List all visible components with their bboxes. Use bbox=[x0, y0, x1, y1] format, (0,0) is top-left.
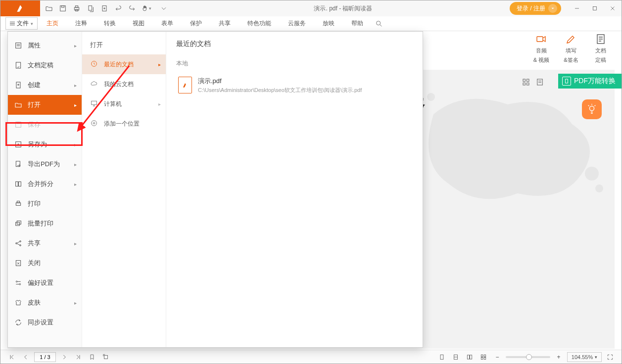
zoom-slider[interactable] bbox=[506, 356, 550, 358]
recent-file-item[interactable]: 演示.pdf C:\Users\Administrator\Desktop\se… bbox=[176, 73, 413, 98]
fill-sign-button[interactable]: 填写&签名 bbox=[557, 31, 585, 66]
menu-export[interactable]: 导出PDF为 bbox=[8, 154, 82, 174]
batch-print-icon bbox=[14, 219, 23, 228]
login-button[interactable]: 登录 / 注册 bbox=[510, 2, 561, 15]
continuous-icon[interactable] bbox=[478, 352, 489, 363]
new-page-icon[interactable] bbox=[98, 2, 110, 14]
menu-ataprint[interactable]: 批量打印 bbox=[8, 214, 82, 233]
zoom-out-button[interactable]: − bbox=[492, 352, 503, 363]
file-menu-button[interactable]: 文件 ▾ bbox=[5, 17, 38, 30]
svg-rect-15 bbox=[523, 79, 526, 82]
menu-print[interactable]: 打印 bbox=[8, 194, 82, 214]
bookmark-icon[interactable] bbox=[87, 352, 97, 363]
merge-icon bbox=[14, 180, 23, 188]
menu-sync[interactable]: 同步设置 bbox=[8, 313, 82, 332]
redo-icon[interactable] bbox=[126, 2, 138, 14]
clock-icon bbox=[90, 60, 99, 69]
prev-page-button[interactable] bbox=[20, 352, 31, 363]
col2-header: 打开 bbox=[82, 36, 166, 54]
minimize-button[interactable] bbox=[568, 0, 586, 16]
svg-rect-19 bbox=[537, 79, 543, 85]
grid-view-icon[interactable] bbox=[522, 78, 530, 87]
menu-skin[interactable]: 皮肤 bbox=[8, 293, 82, 313]
zoom-value[interactable]: 104.55% ▾ bbox=[567, 352, 602, 362]
save-disk-icon bbox=[14, 120, 23, 129]
single-page-icon[interactable] bbox=[450, 352, 461, 363]
menu-save-as[interactable]: 另存为 bbox=[8, 135, 82, 154]
search-icon[interactable] bbox=[372, 17, 386, 31]
save-icon[interactable] bbox=[57, 2, 69, 14]
two-page-icon[interactable] bbox=[464, 352, 475, 363]
title-bar: ▾ 演示. pdf - 福昕阅读器 登录 / 注册 bbox=[0, 0, 622, 16]
menu-merge-split[interactable]: 合并拆分 bbox=[8, 174, 82, 194]
first-page-button[interactable] bbox=[6, 352, 17, 363]
close-button[interactable] bbox=[604, 0, 622, 16]
fullscreen-button[interactable] bbox=[605, 352, 616, 363]
page-input[interactable] bbox=[34, 352, 56, 362]
tab-present[interactable]: 放映 bbox=[315, 16, 342, 31]
menu-close[interactable]: 关闭 bbox=[8, 253, 82, 273]
finalize-button[interactable]: 文档定稿 bbox=[587, 31, 615, 66]
computer-icon bbox=[90, 99, 99, 108]
svg-rect-5 bbox=[89, 6, 92, 10]
tips-button[interactable] bbox=[582, 99, 602, 119]
svg-rect-52 bbox=[484, 357, 486, 359]
tab-comment[interactable]: 注释 bbox=[67, 16, 95, 31]
hand-icon[interactable]: ▾ bbox=[140, 2, 152, 14]
tab-cloud[interactable]: 云服务 bbox=[280, 16, 314, 31]
svg-point-35 bbox=[20, 241, 21, 242]
fit-page-icon[interactable] bbox=[436, 352, 447, 363]
dup-page-icon[interactable] bbox=[85, 2, 96, 14]
svg-rect-3 bbox=[75, 6, 78, 7]
menu-create[interactable]: 创建 bbox=[8, 75, 82, 95]
undo-icon[interactable] bbox=[112, 2, 124, 14]
tab-view[interactable]: 视图 bbox=[125, 16, 152, 31]
tab-home[interactable]: 主页 bbox=[39, 16, 66, 31]
svg-rect-47 bbox=[467, 355, 469, 359]
zoom-in-button[interactable]: + bbox=[553, 352, 564, 363]
svg-rect-51 bbox=[484, 355, 486, 357]
tab-features[interactable]: 特色功能 bbox=[239, 16, 279, 31]
list-view-icon[interactable] bbox=[535, 78, 544, 87]
rotate-icon[interactable] bbox=[100, 352, 111, 363]
ribbon-group-right: 音频& 视频 填写&签名 文档定稿 bbox=[527, 31, 615, 66]
tab-protect[interactable]: 保护 bbox=[182, 16, 210, 31]
menu-prefs[interactable]: 偏好设置 bbox=[8, 273, 82, 293]
tab-help[interactable]: 帮助 bbox=[343, 16, 371, 31]
qat-more-icon[interactable] bbox=[154, 2, 174, 14]
open-add-location[interactable]: 添加一个位置 bbox=[82, 114, 166, 134]
menu-properties[interactable]: 属性 bbox=[8, 36, 82, 55]
open-computer[interactable]: 计算机 bbox=[82, 94, 166, 114]
open-icon[interactable] bbox=[43, 2, 55, 14]
audio-video-button[interactable]: 音频& 视频 bbox=[527, 31, 555, 66]
tab-form[interactable]: 表单 bbox=[153, 16, 181, 31]
menu-share[interactable]: 共享 bbox=[8, 233, 82, 253]
cloud-icon bbox=[90, 80, 99, 89]
maximize-button[interactable] bbox=[586, 0, 604, 16]
recent-header: 最近的文档 bbox=[176, 40, 413, 48]
svg-rect-25 bbox=[17, 122, 19, 124]
last-page-button[interactable] bbox=[73, 352, 84, 363]
svg-point-38 bbox=[16, 281, 17, 282]
svg-rect-9 bbox=[537, 37, 543, 42]
print-icon[interactable] bbox=[71, 2, 83, 14]
svg-rect-45 bbox=[440, 355, 443, 359]
tab-share[interactable]: 共享 bbox=[211, 16, 239, 31]
svg-rect-18 bbox=[527, 83, 529, 86]
svg-rect-21 bbox=[16, 43, 21, 48]
pdf-convert-badge[interactable]: PDF万能转换 bbox=[558, 74, 622, 89]
chevron-down-icon bbox=[548, 4, 557, 13]
open-recent[interactable]: 最近的文档 bbox=[82, 54, 166, 74]
finalize-icon bbox=[14, 61, 23, 70]
svg-rect-2 bbox=[74, 7, 79, 10]
next-page-button[interactable] bbox=[59, 352, 70, 363]
settings-icon bbox=[14, 278, 23, 287]
open-cloud[interactable]: 我的云文档 bbox=[82, 74, 166, 94]
document-title: 演示. pdf - 福昕阅读器 bbox=[177, 4, 510, 13]
tab-convert[interactable]: 转换 bbox=[96, 16, 124, 31]
svg-point-34 bbox=[16, 243, 17, 244]
svg-rect-16 bbox=[527, 79, 529, 82]
menu-open[interactable]: 打开 bbox=[8, 95, 82, 115]
menu-finalize[interactable]: 文档定稿 bbox=[8, 55, 82, 75]
svg-rect-24 bbox=[16, 122, 21, 128]
